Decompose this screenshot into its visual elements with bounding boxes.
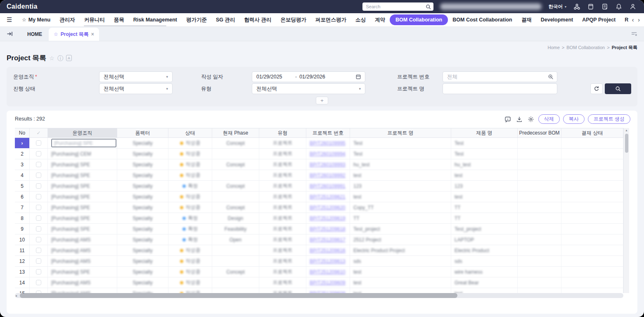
- nav-item-7[interactable]: 협력사 관리: [240, 14, 276, 26]
- vertical-scrollbar[interactable]: ▲: [623, 128, 629, 293]
- nav-item-development[interactable]: Development: [536, 15, 578, 25]
- row-checkbox[interactable]: [36, 258, 41, 264]
- column-header-project_name[interactable]: 프로젝트 명: [350, 128, 451, 137]
- project-number-link[interactable]: BP/T251209610: [310, 269, 346, 275]
- nav-item-3[interactable]: 품목: [109, 14, 129, 26]
- global-search[interactable]: [362, 2, 433, 11]
- date-from-input[interactable]: [256, 74, 293, 80]
- comment-info-icon[interactable]: [504, 116, 512, 123]
- nav-item-9[interactable]: 퍼포먼스평가: [311, 14, 351, 26]
- table-row[interactable]: 8[Purchasing] SPESpecialty확정Design프로젝트BP…: [15, 213, 623, 224]
- progress-select[interactable]: 전체선택 ▾: [99, 83, 173, 94]
- column-header-type[interactable]: 유형: [259, 128, 306, 137]
- column-header-product_name[interactable]: 제품 명: [451, 128, 518, 137]
- org-chart-icon[interactable]: [573, 3, 580, 10]
- row-checkbox[interactable]: [36, 151, 41, 156]
- project-number-link[interactable]: BP/T251209619: [310, 215, 346, 221]
- clipboard-icon[interactable]: [587, 3, 594, 10]
- table-row[interactable]: 9[Purchasing] SPESpecialty확정Feasibility프…: [15, 224, 623, 234]
- nav-item-sg[interactable]: SG 관리: [211, 14, 240, 26]
- row-checkbox[interactable]: [36, 226, 41, 232]
- nav-item-8[interactable]: 온보딩평가: [276, 14, 311, 26]
- nav-item-10[interactable]: 소싱: [351, 14, 370, 26]
- project-number-link[interactable]: BP/T251209616: [310, 248, 346, 253]
- table-row[interactable]: 7[Purchasing] SPESpecialty작성중Concept프로젝트…: [15, 202, 623, 213]
- tab-project-list[interactable]: ☆ Project 목록 ×: [49, 28, 99, 41]
- table-row[interactable]: 6[Purchasing] SPESpecialty작성중프로젝트BP/T251…: [15, 192, 623, 202]
- nav-item-11[interactable]: 계약: [370, 14, 390, 26]
- row-checkbox[interactable]: [36, 237, 41, 242]
- row-checkbox[interactable]: [36, 205, 41, 210]
- note-icon[interactable]: [601, 3, 608, 10]
- manual-doc-icon[interactable]: A: [66, 55, 72, 61]
- horizontal-scrollbar[interactable]: ◂: [15, 293, 623, 298]
- column-header-check[interactable]: ✓: [30, 128, 48, 137]
- table-row[interactable]: 10[Purchasing] AMSSpecialty확정Open프로젝트BP/…: [15, 234, 623, 245]
- date-to-input[interactable]: [299, 74, 336, 80]
- scroll-up-arrow-icon[interactable]: ▲: [624, 129, 629, 132]
- row-checkbox[interactable]: [36, 280, 41, 285]
- project-number-link[interactable]: BP/T260109991: [310, 183, 346, 189]
- nav-item-risk-management[interactable]: Risk Management: [129, 15, 182, 25]
- gear-icon[interactable]: [527, 116, 535, 123]
- table-row[interactable]: 11[Purchasing] AMSSpecialty작성중프로젝트BP/T25…: [15, 245, 623, 256]
- global-search-input[interactable]: [366, 4, 426, 9]
- row-checkbox[interactable]: [36, 248, 41, 253]
- nav-item-r[interactable]: R: [620, 15, 630, 25]
- column-header-no[interactable]: No: [15, 128, 30, 137]
- nav-item-my-menu[interactable]: ☆My Menu: [17, 15, 55, 25]
- row-checkbox[interactable]: [36, 194, 41, 199]
- column-header-phase[interactable]: 현재 Phase: [212, 128, 259, 137]
- project-number-link[interactable]: BP/T260109995: [310, 140, 346, 146]
- nav-item-2[interactable]: 커뮤니티: [80, 14, 109, 26]
- breadcrumb-item[interactable]: Home: [547, 45, 559, 50]
- date-range-picker[interactable]: -: [252, 71, 365, 82]
- nav-item-14[interactable]: 결재: [517, 14, 536, 26]
- info-icon[interactable]: ⓘ: [57, 55, 63, 61]
- column-header-approval_status[interactable]: 결재 상태: [561, 128, 623, 137]
- vertical-scrollbar-thumb[interactable]: [625, 134, 628, 153]
- horizontal-scrollbar-thumb[interactable]: [20, 293, 457, 298]
- nav-scrollbar-thumb[interactable]: [84, 25, 166, 26]
- org-select[interactable]: 전체선택 ▾: [99, 71, 173, 82]
- nav-scroll-left-icon[interactable]: ‹: [632, 17, 634, 23]
- check-all-icon[interactable]: ✓: [36, 130, 40, 136]
- project-number-link[interactable]: BP/T251209621: [310, 194, 346, 200]
- hamburger-icon[interactable]: ☰: [7, 16, 17, 24]
- org-cell-editor[interactable]: [Purchasing] SPE: [51, 139, 116, 147]
- table-row[interactable]: 13[Purchasing] SPESpecialty작성중Concept프로젝…: [15, 267, 623, 277]
- table-row[interactable]: 15[Purchasing] AMSSpecialty작성중프로젝트BP/T25…: [15, 288, 623, 293]
- nav-item-5[interactable]: 평가기준: [182, 14, 211, 26]
- row-checkbox[interactable]: [36, 183, 41, 189]
- row-checkbox[interactable]: [36, 173, 41, 178]
- favorite-star-icon[interactable]: ☆: [49, 55, 54, 61]
- project-number-link[interactable]: BP/T251209618: [310, 226, 346, 232]
- copy-button[interactable]: 복사: [563, 114, 585, 124]
- nav-item-bom-collaboration[interactable]: BOM Collaboration: [390, 14, 448, 25]
- table-row[interactable]: 2[Purchasing] CEMSpecialty작성중프로젝트BP/T260…: [15, 149, 623, 159]
- project-number-link[interactable]: BP/T260109992: [310, 173, 346, 178]
- table-row[interactable]: 5[Purchasing] SPESpecialty확정Concept프로젝트B…: [15, 181, 623, 192]
- row-checkbox[interactable]: [36, 269, 41, 274]
- download-icon[interactable]: [515, 116, 523, 123]
- create-project-button[interactable]: 프로젝트 생성: [588, 114, 630, 124]
- close-all-tabs-icon[interactable]: [631, 31, 637, 37]
- table-row[interactable]: 3[Purchasing] SPESpecialty작성중Concept프로젝트…: [15, 159, 623, 170]
- project-number-link[interactable]: BP/T251209609: [310, 280, 346, 286]
- type-select[interactable]: 전체선택 ▾: [252, 83, 365, 94]
- project-number-link[interactable]: BP/T251209620: [310, 205, 346, 211]
- bell-icon[interactable]: [615, 3, 623, 10]
- breadcrumb-item[interactable]: BOM Collaboration: [566, 45, 605, 50]
- row-checkbox[interactable]: [36, 162, 41, 167]
- reset-button[interactable]: [590, 83, 603, 94]
- search-plus-icon[interactable]: [548, 74, 554, 80]
- table-row[interactable]: 4[Purchasing] SPESpecialty작성중프로젝트BP/T260…: [15, 170, 623, 181]
- table-row[interactable]: ›[Purchasing] SPESpecialty작성중Concept프로젝트…: [15, 138, 623, 149]
- close-icon[interactable]: ×: [91, 31, 94, 37]
- project-number-input[interactable]: [443, 74, 548, 80]
- column-header-predecessor_bom[interactable]: Predecessor BOM: [518, 128, 561, 137]
- delete-button[interactable]: 삭제: [538, 114, 560, 124]
- collapse-sidebar-icon[interactable]: [7, 31, 13, 37]
- scroll-left-arrow-icon[interactable]: ◂: [15, 293, 17, 298]
- nav-scroll-right-icon[interactable]: ›: [638, 17, 640, 23]
